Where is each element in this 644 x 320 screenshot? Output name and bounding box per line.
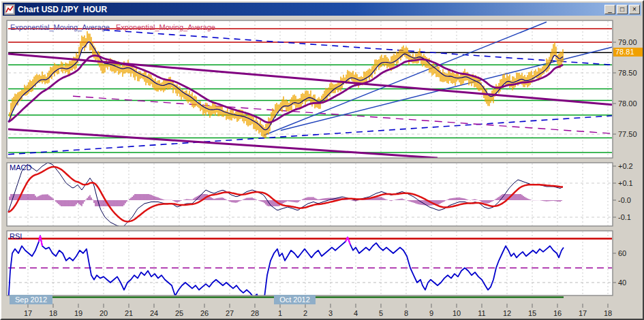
rsi-axis-label: 40 bbox=[618, 278, 626, 287]
chart-canvas[interactable]: 79.0078.5078.0077.50+0.2+0.1-0.0-0.16040… bbox=[1, 16, 644, 320]
macd-label: MACD bbox=[10, 163, 31, 172]
date-axis-label: 17 bbox=[24, 309, 32, 317]
date-axis-label: 2 bbox=[303, 309, 307, 317]
chart-window: Chart USD /JPY HOUR _ □ × 79.0078.5078.0… bbox=[0, 0, 644, 320]
price-axis-label: 77.50 bbox=[618, 130, 637, 138]
date-axis-label: 21 bbox=[125, 309, 133, 317]
window-title: Chart USD /JPY HOUR bbox=[18, 5, 603, 14]
rsi-axis-label: 60 bbox=[618, 249, 626, 257]
date-axis-label: 28 bbox=[251, 309, 259, 317]
month-badge-oct: Oct 2012 bbox=[274, 295, 316, 304]
titlebar[interactable]: Chart USD /JPY HOUR _ □ × bbox=[3, 3, 641, 16]
minimize-button[interactable]: _ bbox=[604, 5, 615, 14]
date-axis-label: 19 bbox=[74, 309, 82, 317]
macd-axis-label: +0.1 bbox=[618, 179, 633, 187]
close-button[interactable]: × bbox=[629, 5, 640, 14]
date-axis-label: 8 bbox=[404, 309, 408, 317]
price-axis-label: 78.00 bbox=[618, 99, 637, 108]
date-axis-label: 20 bbox=[99, 309, 108, 317]
legend-ema2-label: Exponential_Moving_Average bbox=[116, 23, 215, 31]
date-axis-label: 11 bbox=[478, 309, 485, 317]
date-axis-label: 4 bbox=[354, 309, 358, 317]
legend-ema1-label: Exponential_Moving_Average bbox=[10, 23, 110, 31]
date-axis-label: 5 bbox=[379, 309, 383, 317]
date-axis-label: 10 bbox=[453, 309, 461, 317]
date-axis-label: 9 bbox=[429, 309, 433, 317]
macd-axis-label: -0.0 bbox=[618, 196, 631, 204]
date-axis-label: 16 bbox=[553, 309, 562, 317]
price-axis-label: 79.00 bbox=[618, 38, 637, 46]
restore-button[interactable]: □ bbox=[617, 5, 628, 14]
date-axis-label: 25 bbox=[175, 309, 183, 317]
chart-icon bbox=[4, 4, 15, 15]
date-axis-label: 17 bbox=[579, 309, 587, 317]
date-axis-label: 1 bbox=[278, 309, 282, 317]
rsi-panel bbox=[7, 231, 613, 295]
macd-panel bbox=[7, 163, 613, 226]
date-axis-label: 18 bbox=[49, 309, 57, 317]
macd-axis-label: -0.1 bbox=[618, 213, 631, 221]
date-axis-label: 15 bbox=[528, 309, 536, 317]
month-badge-sep: Sep 2012 bbox=[10, 295, 52, 304]
date-axis-label: 26 bbox=[200, 309, 209, 317]
date-axis-label: 3 bbox=[328, 309, 333, 317]
date-axis-label: 18 bbox=[604, 309, 612, 317]
date-axis-label: 27 bbox=[226, 309, 234, 317]
price-axis-label: 78.50 bbox=[618, 69, 637, 77]
date-axis-label: 12 bbox=[503, 309, 511, 317]
current-price-tag: 78.81 bbox=[613, 48, 643, 57]
macd-axis-label: +0.2 bbox=[618, 162, 633, 170]
rsi-label: RSI bbox=[10, 232, 22, 240]
ema-legend: Exponential_Moving_Average Exponential_M… bbox=[10, 23, 215, 31]
date-axis-label: 24 bbox=[150, 309, 158, 317]
